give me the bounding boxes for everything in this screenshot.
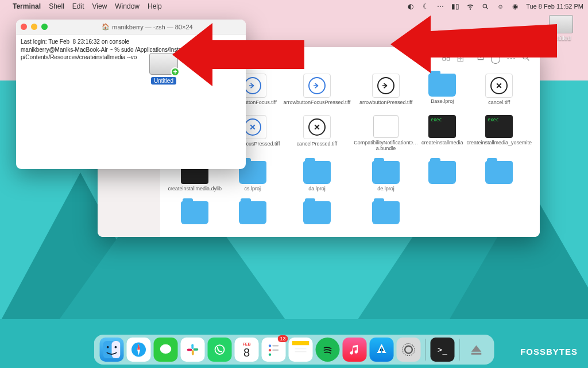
folder-icon — [303, 201, 331, 224]
exec-icon: exec — [485, 115, 513, 138]
annotation-arrow-left — [172, 17, 304, 92]
arrow-icon — [377, 77, 394, 94]
file-item[interactable]: CompatibilityNotificationD…a.bundle — [354, 115, 418, 158]
file-item[interactable] — [466, 161, 532, 198]
file-item[interactable] — [283, 201, 350, 232]
svg-point-55 — [405, 346, 412, 354]
file-item[interactable] — [168, 201, 222, 232]
menubar: Terminal Shell Edit View Window Help ◐ ☾… — [0, 0, 588, 13]
dock-messages[interactable] — [154, 338, 178, 362]
control-center-icon[interactable]: ⌾ — [496, 2, 504, 10]
dock-calendar[interactable]: FEB8 — [235, 338, 259, 362]
svg-rect-43 — [192, 350, 194, 355]
file-label: cancelPressed.tiff — [296, 141, 337, 147]
dock-slack[interactable] — [181, 338, 205, 362]
dock-terminal[interactable]: >_ — [431, 338, 455, 362]
dock-separator — [459, 339, 460, 361]
file-item[interactable]: execcreateinstallmedia — [421, 115, 463, 158]
svg-point-50 — [269, 354, 271, 356]
svg-marker-32 — [390, 16, 557, 73]
file-label: arrowbuttonPressed.tiff — [359, 99, 412, 105]
annotation-arrow-right — [390, 13, 557, 76]
svg-point-45 — [215, 345, 225, 354]
siri-icon[interactable]: ◉ — [511, 2, 519, 10]
dock-appstore[interactable] — [370, 338, 394, 362]
menubar-datetime[interactable]: Tue 8 Feb 11:52 PM — [526, 3, 583, 10]
file-label: Base.lproj — [431, 98, 454, 104]
svg-rect-47 — [272, 345, 278, 347]
file-label: da.lproj — [308, 186, 326, 191]
file-label: cancel.tiff — [488, 99, 510, 105]
file-item[interactable]: cancel.tiff — [466, 74, 532, 112]
dock-spotify[interactable] — [316, 338, 340, 362]
file-label: createinstallmedia.dylib — [168, 186, 222, 191]
file-item[interactable] — [354, 201, 418, 232]
dock-whatsapp[interactable] — [208, 338, 232, 362]
menubar-app-name[interactable]: Terminal — [13, 2, 41, 10]
file-label: createinstallmedia_yosemite — [466, 140, 532, 145]
dock-finder[interactable] — [100, 338, 124, 362]
do-not-disturb-icon[interactable]: ◐ — [407, 2, 415, 10]
folder-icon — [428, 161, 456, 184]
svg-point-46 — [269, 344, 271, 347]
svg-point-7 — [483, 4, 487, 8]
folder-icon — [181, 201, 208, 224]
menu-help[interactable]: Help — [148, 2, 162, 10]
svg-marker-57 — [471, 346, 482, 352]
svg-point-35 — [107, 346, 109, 348]
folder-icon — [372, 201, 400, 224]
menu-window[interactable]: Window — [115, 2, 140, 10]
svg-rect-42 — [194, 348, 199, 351]
svg-rect-51 — [292, 341, 310, 346]
dock-safari[interactable] — [127, 338, 151, 362]
file-item[interactable]: de.lproj — [354, 161, 418, 198]
battery-icon[interactable]: ▮▯ — [451, 2, 459, 10]
menu-shell[interactable]: Shell — [49, 2, 64, 10]
wifi-icon[interactable] — [466, 2, 474, 10]
cancel-icon — [308, 118, 326, 136]
dock-separator — [425, 339, 426, 361]
file-item[interactable]: Base.lproj — [421, 74, 463, 112]
svg-rect-41 — [191, 344, 194, 349]
svg-rect-44 — [187, 348, 192, 351]
folder-icon — [428, 74, 456, 97]
menu-extra-icon[interactable]: ⋯ — [436, 2, 444, 10]
svg-rect-49 — [272, 349, 278, 351]
dock-music[interactable] — [343, 338, 367, 362]
file-item[interactable]: da.lproj — [283, 161, 350, 198]
svg-point-48 — [269, 349, 271, 351]
dock-reminders[interactable]: 13 — [262, 338, 286, 362]
folder-icon — [239, 201, 266, 224]
file-item[interactable]: execcreateinstallmedia_yosemite — [466, 115, 532, 158]
folder-icon — [372, 161, 400, 184]
menu-view[interactable]: View — [92, 2, 107, 10]
arrow-icon — [308, 77, 326, 94]
file-item[interactable]: cancelPressed.tiff — [283, 115, 350, 158]
menu-edit[interactable]: Edit — [72, 2, 84, 10]
svg-rect-34 — [112, 341, 121, 358]
svg-rect-58 — [471, 353, 482, 355]
zoom-button[interactable] — [41, 24, 48, 30]
dock-trash-eject[interactable] — [465, 338, 489, 362]
file-item[interactable] — [225, 201, 280, 232]
cancel-icon — [490, 77, 508, 94]
close-button[interactable] — [21, 24, 27, 30]
file-label: de.lproj — [377, 186, 394, 191]
exec-icon: exec — [428, 115, 456, 138]
dock-notes[interactable] — [289, 338, 313, 362]
file-item[interactable]: arrowbuttonPressed.tiff — [354, 74, 418, 112]
cancel-icon — [244, 118, 261, 136]
file-label: cs.lproj — [245, 186, 261, 191]
moon-icon[interactable]: ☾ — [421, 2, 430, 10]
svg-line-8 — [486, 7, 488, 9]
home-icon: 🏠 — [102, 23, 110, 30]
file-label: arrowbuttonFocusPressed.tiff — [283, 99, 350, 105]
svg-point-40 — [160, 344, 172, 354]
watermark: FOSSBYTES — [520, 347, 578, 356]
file-item[interactable] — [421, 161, 463, 198]
spotlight-icon[interactable] — [481, 2, 489, 10]
minimize-button[interactable] — [31, 24, 37, 30]
bundle-icon — [373, 115, 399, 138]
dock-settings[interactable] — [397, 338, 421, 362]
dock: FEB8 13 >_ — [94, 335, 494, 365]
